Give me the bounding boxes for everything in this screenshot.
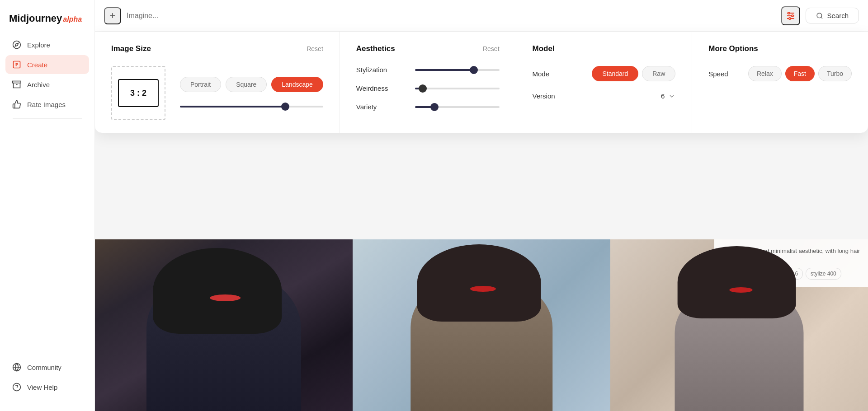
variety-label: Variety [356,103,406,111]
tag-stylize: stylize 400 [806,268,841,280]
compass-icon [12,40,22,50]
image-size-content: 3 : 2 Portrait Square Landscape [111,66,323,120]
square-button[interactable]: Square [226,77,267,92]
fast-button[interactable]: Fast [785,66,815,81]
model-content: Mode Standard Raw Version 6 [533,66,676,100]
portrait-button[interactable]: Portrait [180,77,221,92]
sliders-icon [785,10,796,21]
sidebar-bottom: Community View Help [0,358,94,402]
size-slider[interactable] [180,106,323,107]
speed-buttons: Relax Fast Turbo [748,66,852,81]
aesthetics-panel: Aesthetics Reset Stylization Weirdness V… [340,32,516,133]
more-options-header: More Options [708,44,852,53]
image-size-panel: Image Size Reset 3 : 2 Portrait Square L… [95,32,340,133]
sidebar-item-archive[interactable]: Archive [5,75,89,94]
aspect-dashed-border [111,66,165,120]
model-title: Model [533,44,555,53]
speed-label: Speed [708,70,728,78]
image-size-header: Image Size Reset [111,44,323,53]
variety-slider[interactable] [415,106,500,108]
sidebar-item-explore-label: Explore [27,41,50,49]
sidebar-item-view-help[interactable]: View Help [5,378,89,397]
search-label: Search [827,12,849,19]
create-icon [12,60,22,70]
sidebar-item-create-label: Create [27,61,47,69]
aesthetics-title: Aesthetics [356,44,395,53]
filter-button[interactable] [781,6,800,25]
aspect-preview: 3 : 2 [111,66,165,120]
sidebar-nav: Explore Create Archive [0,35,94,358]
plus-icon: + [110,10,116,22]
svg-point-0 [13,41,21,49]
more-options-title: More Options [708,44,758,53]
mode-buttons: Standard Raw [592,66,675,81]
logo-main: Midjourney [9,13,62,24]
weirdness-row: Weirdness [356,84,500,92]
image-size-controls: Portrait Square Landscape [180,77,323,109]
main-content: + Search [95,0,868,411]
aesthetics-reset[interactable]: Reset [483,45,500,52]
orientation-buttons: Portrait Square Landscape [180,77,323,92]
aesthetics-header: Aesthetics Reset [356,44,500,53]
settings-overlay: Image Size Reset 3 : 2 Portrait Square L… [95,32,868,133]
version-label: Version [533,92,555,100]
sidebar-item-create[interactable]: Create [5,55,89,74]
thumbsup-icon [12,99,22,109]
svg-point-12 [788,12,790,14]
image-size-title: Image Size [111,44,151,53]
stylization-row: Stylization [356,66,500,74]
help-icon [12,382,22,392]
nav-divider [13,118,82,119]
aesthetics-content: Stylization Weirdness Variety [356,66,500,111]
svg-rect-3 [13,81,21,83]
landscape-button[interactable]: Landscape [271,77,323,92]
model-header: Model [533,44,676,53]
mode-label: Mode [533,70,550,78]
sidebar-item-community-label: Community [27,364,61,371]
stylization-label: Stylization [356,66,406,74]
turbo-button[interactable]: Turbo [818,66,852,81]
topbar: + Search [95,0,868,32]
svg-marker-1 [15,43,18,46]
sidebar-item-view-help-label: View Help [27,383,57,391]
model-panel: Model Mode Standard Raw Version 6 [516,32,692,133]
sidebar-item-archive-label: Archive [27,81,50,89]
image-cell-3[interactable]: ...smooth skin and minimalist aesthetic,… [610,239,868,411]
sidebar: Midjourney alpha Explore Create [0,0,95,411]
imagine-input[interactable] [127,12,776,20]
image-grid: ...smooth skin and minimalist aesthetic,… [95,239,868,411]
image-cell-2[interactable] [353,239,610,411]
image-size-reset[interactable]: Reset [307,45,323,52]
svg-line-16 [821,17,823,19]
sidebar-item-community[interactable]: Community [5,358,89,377]
sidebar-item-explore[interactable]: Explore [5,35,89,54]
variety-row: Variety [356,103,500,111]
version-value: 6 [661,92,665,100]
more-options-content: Speed Relax Fast Turbo [708,66,852,81]
plus-button[interactable]: + [104,7,121,24]
weirdness-slider[interactable] [415,88,500,89]
version-row: Version 6 [533,92,676,100]
raw-button[interactable]: Raw [642,66,675,81]
archive-icon [12,79,22,89]
size-slider-container [180,101,323,109]
sidebar-item-rate-images[interactable]: Rate Images [5,95,89,114]
svg-point-15 [817,13,822,18]
weirdness-label: Weirdness [356,84,406,92]
search-icon [816,12,823,19]
logo: Midjourney alpha [0,9,94,35]
svg-point-13 [792,15,793,17]
relax-button[interactable]: Relax [748,66,782,81]
globe-icon [12,362,22,372]
more-options-panel: More Options Speed Relax Fast Turbo [692,32,868,133]
mode-row: Mode Standard Raw [533,66,676,81]
version-select[interactable]: 6 [661,92,675,100]
sidebar-item-rate-images-label: Rate Images [27,101,66,108]
image-cell-1[interactable] [95,239,353,411]
stylization-slider[interactable] [415,69,500,71]
logo-alpha: alpha [63,15,82,23]
standard-button[interactable]: Standard [592,66,638,81]
search-button[interactable]: Search [806,8,859,23]
chevron-down-icon [668,93,675,100]
svg-point-14 [789,18,791,19]
